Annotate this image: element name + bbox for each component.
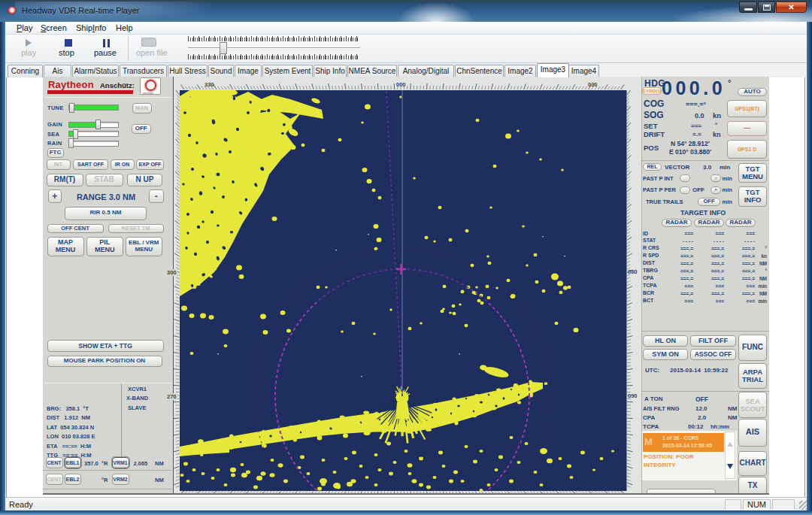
svg-text:090: 090 [628, 392, 638, 399]
svg-text:060: 060 [628, 268, 638, 275]
svg-text:030: 030 [588, 81, 598, 88]
svg-text:330: 330 [205, 81, 214, 88]
